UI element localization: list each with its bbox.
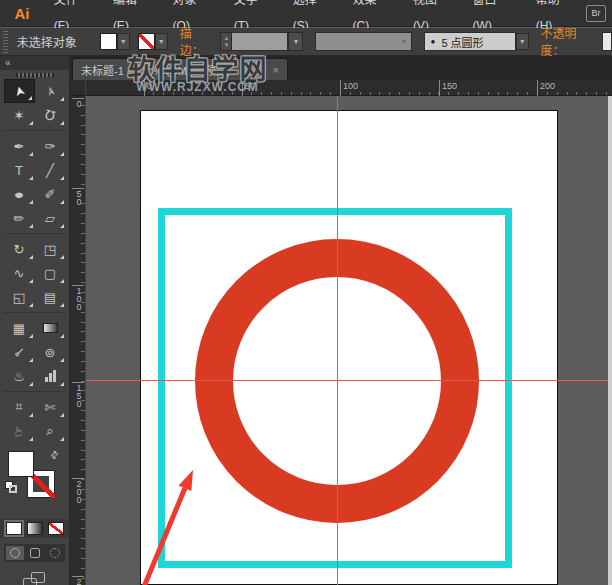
stroke-weight-stepper[interactable]: ▲▼ ▼ xyxy=(220,32,303,51)
opacity-field[interactable] xyxy=(602,32,612,51)
pencil-tool-icon: ✏ xyxy=(14,211,25,226)
eyedropper-tool[interactable]: ⊸ xyxy=(4,340,35,364)
dropdown-arrow-icon: ▼ xyxy=(401,38,411,45)
document-tab-title: 未标题-1 @ 70% (CMYK/预览) xyxy=(73,62,265,78)
symbol-sprayer-tool-icon: ♨ xyxy=(13,369,25,384)
bridge-button[interactable]: Br xyxy=(586,5,606,22)
stroke-weight-dropdown-icon[interactable]: ▼ xyxy=(288,32,303,51)
rotate-tool[interactable]: ↻ xyxy=(4,237,35,261)
document-tab[interactable]: 未标题-1 @ 70% (CMYK/预览) × xyxy=(72,58,288,80)
free-transform-tool[interactable]: ▢ xyxy=(35,261,66,285)
tool-group-separator xyxy=(4,230,66,234)
brush-field[interactable]: ● 5 点圆形 xyxy=(424,32,516,51)
mesh-tool-icon: ▦ xyxy=(13,321,25,336)
line-segment-tool[interactable]: ╱ xyxy=(35,158,66,182)
selection-status: 未选择对象 xyxy=(17,33,92,50)
fill-color-swatch[interactable] xyxy=(100,33,117,50)
slice-tool[interactable]: ✄ xyxy=(35,395,66,419)
cyan-square-shape[interactable] xyxy=(158,208,512,568)
control-bar-grip[interactable] xyxy=(2,31,9,53)
scale-tool[interactable]: ◳ xyxy=(35,237,66,261)
eraser-tool[interactable]: ▱ xyxy=(35,206,66,230)
fill-stroke-indicator: ⇄ xyxy=(0,449,69,511)
paintbrush-tool[interactable]: ✐ xyxy=(35,182,66,206)
perspective-grid-tool[interactable]: ▤ xyxy=(35,285,66,309)
swap-fill-stroke-icon[interactable]: ⇄ xyxy=(47,448,61,462)
color-button[interactable] xyxy=(6,522,22,535)
column-graph-tool[interactable] xyxy=(35,364,66,388)
ellipse-tool[interactable]: ● xyxy=(4,182,35,206)
collapse-panel-button[interactable]: « xyxy=(5,57,11,68)
h-ruler-label-100: 100 xyxy=(340,80,358,96)
symbol-sprayer-tool[interactable]: ♨ xyxy=(4,364,35,388)
lasso-tool[interactable]: ℧ xyxy=(35,103,66,127)
zoom-tool-icon: ⌕ xyxy=(46,423,53,439)
scale-tool-icon: ◳ xyxy=(44,242,56,257)
vertical-ruler[interactable]: 050100150200250 xyxy=(70,96,86,585)
blend-tool-icon: ⊚ xyxy=(45,345,56,360)
curvature-pen-tool-icon: ✑ xyxy=(45,139,56,154)
magic-wand-tool[interactable]: ✶ xyxy=(4,103,35,127)
zoom-tool[interactable]: ⌕ xyxy=(35,419,66,443)
default-fill-stroke-icon[interactable] xyxy=(5,481,17,493)
fill-indicator[interactable] xyxy=(8,451,34,477)
stepper-arrows-icon[interactable]: ▲▼ xyxy=(220,32,232,51)
tool-grid: ➤➢✶℧✒✑T╱●✐✏▱↻◳∿▢◱▤▦⊸⊚♨⌗✄☞⌕ xyxy=(0,79,69,443)
tools-panel: « ➤➢✶℧✒✑T╱●✐✏▱↻◳∿▢◱▤▦⊸⊚♨⌗✄☞⌕ ⇄ xyxy=(0,56,70,585)
ruler-corner[interactable] xyxy=(70,80,86,96)
column-graph-tool-icon xyxy=(45,370,56,382)
slice-tool-icon: ✄ xyxy=(45,400,56,415)
tool-group-separator xyxy=(4,309,66,313)
shape-builder-tool[interactable]: ◱ xyxy=(4,285,35,309)
none-button[interactable] xyxy=(48,522,64,535)
gradient-button[interactable] xyxy=(27,522,43,535)
pen-tool[interactable]: ✒ xyxy=(4,134,35,158)
variable-width-dropdown[interactable]: ▼ xyxy=(315,32,411,51)
horizontal-ruler[interactable]: 050100150200 xyxy=(86,80,612,96)
hand-tool-icon: ☞ xyxy=(12,425,27,437)
selection-tool[interactable]: ➤ xyxy=(4,79,35,103)
direct-selection-tool[interactable]: ➢ xyxy=(35,79,66,103)
selection-tool-icon: ➤ xyxy=(10,84,27,98)
brush-dropdown[interactable]: ● 5 点圆形 ▼ xyxy=(424,32,529,51)
hand-tool[interactable]: ☞ xyxy=(4,419,35,443)
type-tool[interactable]: T xyxy=(4,158,35,182)
paintbrush-tool-icon: ✐ xyxy=(45,187,56,202)
width-tool[interactable]: ∿ xyxy=(4,261,35,285)
curvature-pen-tool[interactable]: ✑ xyxy=(35,134,66,158)
stroke-panel-link[interactable]: 描边： xyxy=(180,24,215,60)
screen-mode-row xyxy=(0,572,69,585)
stroke-color-swatch[interactable] xyxy=(138,33,155,50)
draw-inside-mode-icon[interactable] xyxy=(46,546,64,560)
fill-dropdown-arrow-icon[interactable]: ▼ xyxy=(117,33,130,50)
v-ruler-label-0: 0 xyxy=(72,98,84,107)
tab-close-icon[interactable]: × xyxy=(265,64,287,76)
blend-tool[interactable]: ⊚ xyxy=(35,340,66,364)
perspective-grid-tool-icon: ▤ xyxy=(44,290,56,305)
draw-normal-mode-icon[interactable] xyxy=(6,546,24,560)
tools-panel-header: « xyxy=(0,56,69,70)
illustrator-logo: Ai xyxy=(0,5,44,22)
h-ruler-label-0: 0 xyxy=(144,80,152,96)
brush-dropdown-arrow-icon[interactable]: ▼ xyxy=(516,33,529,50)
tools-panel-grip[interactable] xyxy=(0,70,69,79)
free-transform-tool-icon: ▢ xyxy=(44,266,56,281)
horizontal-guide[interactable] xyxy=(86,380,612,381)
brush-value: 5 点圆形 xyxy=(441,34,483,50)
vertical-guide[interactable] xyxy=(337,96,338,585)
magic-wand-tool-icon: ✶ xyxy=(14,108,25,123)
vertical-scrollbar[interactable] xyxy=(608,96,612,585)
v-ruler-label-250: 250 xyxy=(72,576,84,585)
stroke-dropdown-arrow-icon[interactable]: ▼ xyxy=(155,33,168,50)
canvas[interactable] xyxy=(86,96,612,585)
gradient-tool[interactable] xyxy=(35,316,66,340)
drawing-modes xyxy=(4,544,65,562)
mesh-tool[interactable]: ▦ xyxy=(4,316,35,340)
draw-behind-mode-icon[interactable] xyxy=(26,546,44,560)
pencil-tool[interactable]: ✏ xyxy=(4,206,35,230)
v-ruler-label-50: 50 xyxy=(72,188,84,205)
artboard-tool[interactable]: ⌗ xyxy=(4,395,35,419)
stroke-weight-field[interactable] xyxy=(232,32,288,51)
change-screen-mode-icon[interactable] xyxy=(23,572,47,585)
opacity-panel-link[interactable]: 不透明度： xyxy=(541,24,599,60)
